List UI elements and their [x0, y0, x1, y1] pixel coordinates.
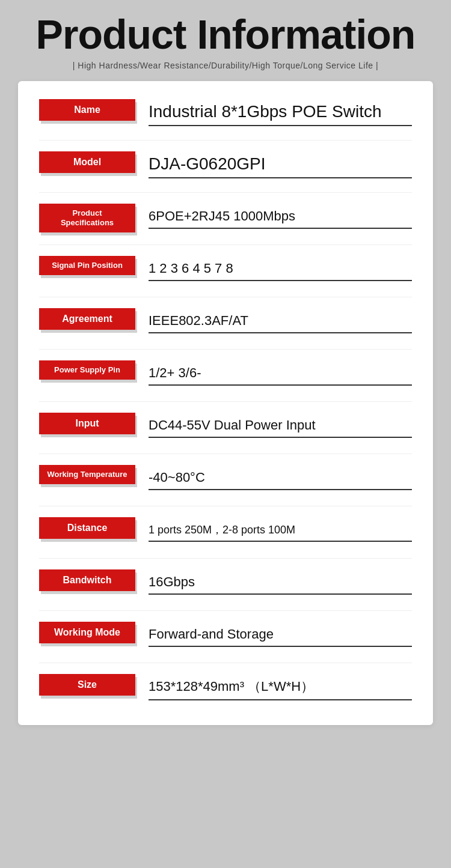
row-input: InputDC44-55V Dual Power Input	[39, 413, 412, 454]
label-power-supply-pin: Power Supply Pin	[39, 360, 135, 380]
row-working-temp: Working Temperature-40~80°C	[39, 465, 412, 506]
label-size: Size	[39, 674, 135, 696]
value-area-working-mode: Forward-and Storage	[135, 622, 412, 652]
label-name: Name	[39, 99, 135, 121]
page-title: Product Information	[18, 12, 433, 57]
value-name: Industrial 8*1Gbps POE Switch	[149, 102, 412, 126]
value-area-model: DJA-G0620GPI	[135, 151, 412, 181]
label-agreement: Agreement	[39, 308, 135, 330]
page-header: Product Information | High Hardness/Wear…	[0, 12, 451, 70]
value-area-input: DC44-55V Dual Power Input	[135, 413, 412, 443]
value-area-size: 153*128*49mm³ （L*W*H）	[135, 674, 412, 704]
value-area-distance: 1 ports 250M，2-8 ports 100M	[135, 517, 412, 547]
value-area-signal-pin: 1 2 3 6 4 5 7 8	[135, 256, 412, 286]
value-signal-pin: 1 2 3 6 4 5 7 8	[149, 261, 412, 281]
value-power-supply-pin: 1/2+ 3/6-	[149, 365, 412, 386]
label-signal-pin: Signal Pin Position	[39, 256, 135, 275]
value-size: 153*128*49mm³ （L*W*H）	[149, 678, 412, 700]
value-area-product-specs: 6POE+2RJ45 1000Mbps	[135, 204, 412, 234]
value-working-mode: Forward-and Storage	[149, 627, 412, 647]
row-bandwitch: Bandwitch16Gbps	[39, 569, 412, 611]
value-distance: 1 ports 250M，2-8 ports 100M	[149, 523, 412, 542]
row-name: NameIndustrial 8*1Gbps POE Switch	[39, 99, 412, 141]
label-product-specs: Product Specifications	[39, 204, 135, 233]
value-input: DC44-55V Dual Power Input	[149, 417, 412, 438]
value-area-bandwitch: 16Gbps	[135, 569, 412, 599]
row-power-supply-pin: Power Supply Pin1/2+ 3/6-	[39, 360, 412, 402]
row-signal-pin: Signal Pin Position1 2 3 6 4 5 7 8	[39, 256, 412, 297]
value-area-working-temp: -40~80°C	[135, 465, 412, 495]
row-product-specs: Product Specifications6POE+2RJ45 1000Mbp…	[39, 204, 412, 245]
product-card: NameIndustrial 8*1Gbps POE SwitchModelDJ…	[18, 81, 433, 725]
row-size: Size153*128*49mm³ （L*W*H）	[39, 674, 412, 704]
value-area-name: Industrial 8*1Gbps POE Switch	[135, 99, 412, 129]
page-subtitle: | High Hardness/Wear Resistance/Durabili…	[18, 61, 433, 70]
row-distance: Distance1 ports 250M，2-8 ports 100M	[39, 517, 412, 559]
label-working-temp: Working Temperature	[39, 465, 135, 484]
row-agreement: AgreementIEEE802.3AF/AT	[39, 308, 412, 350]
value-working-temp: -40~80°C	[149, 470, 412, 490]
label-working-mode: Working Mode	[39, 622, 135, 643]
label-distance: Distance	[39, 517, 135, 539]
value-bandwitch: 16Gbps	[149, 574, 412, 595]
value-agreement: IEEE802.3AF/AT	[149, 313, 412, 333]
row-model: ModelDJA-G0620GPI	[39, 151, 412, 193]
row-working-mode: Working ModeForward-and Storage	[39, 622, 412, 663]
value-area-agreement: IEEE802.3AF/AT	[135, 308, 412, 338]
value-area-power-supply-pin: 1/2+ 3/6-	[135, 360, 412, 390]
label-input: Input	[39, 413, 135, 434]
label-model: Model	[39, 151, 135, 173]
label-bandwitch: Bandwitch	[39, 569, 135, 591]
value-product-specs: 6POE+2RJ45 1000Mbps	[149, 208, 412, 229]
value-model: DJA-G0620GPI	[149, 154, 412, 178]
